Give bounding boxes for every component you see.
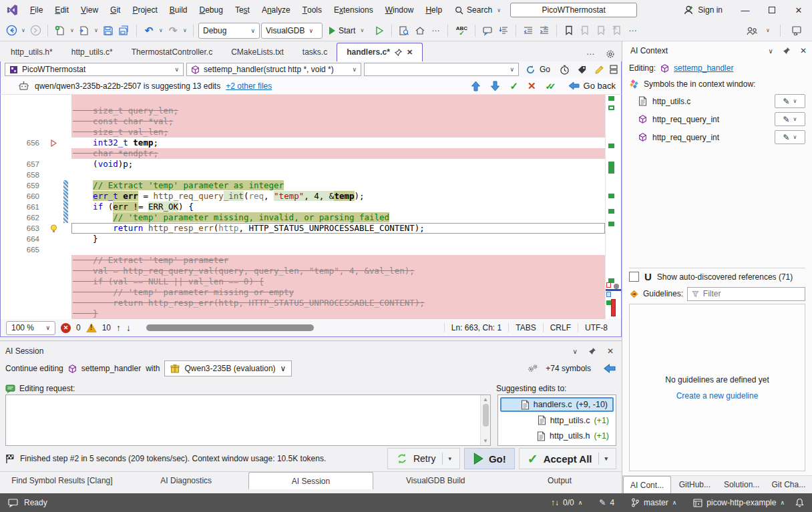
code-editor[interactable]: size_t query_len; const char *val; size_… [0,95,622,319]
previous-bookmark-button[interactable] [578,23,592,39]
menu-analyze[interactable]: Analyze [256,0,296,20]
accept-edit-icon[interactable]: ✓ [510,80,518,92]
notifications-bell-icon[interactable] [795,498,804,507]
error-count[interactable]: 0 [76,323,81,332]
panel-tab-ai-cont-[interactable]: AI Cont... [623,476,671,493]
edit-symbol-button[interactable]: ✎∨ [775,130,805,144]
create-guideline-link[interactable]: Create a new guideline [676,391,759,401]
navigate-forward-button[interactable] [28,23,43,39]
toggle-bookmark-button[interactable] [562,23,576,39]
edit-pencil-button[interactable] [592,61,606,77]
accept-all-edits-icon[interactable]: ✓✓ [546,81,559,91]
code-line[interactable]: 661 if (err != ERR_OK) { [1,202,605,212]
accept-all-button[interactable]: ✓ Accept All ▾ [519,448,616,469]
close-icon[interactable]: ✕ [800,46,807,55]
code-line[interactable]: size_t query_len; [1,105,605,116]
menu-window[interactable]: Window [379,0,420,20]
menu-tools[interactable]: Tools [296,0,328,20]
context-symbol-item[interactable]: http_utils.c✎∨ [629,92,805,110]
clear-bookmarks-button[interactable] [610,23,624,39]
toolbar-overflow-button[interactable]: ⋯ [429,26,443,35]
find-in-files-button[interactable] [397,23,411,39]
tab-thermostatcontroller-c[interactable]: ThermostatController.c [122,43,222,61]
chevron-down-icon[interactable]: ∨ [765,27,771,33]
scroll-down-arrow[interactable]: ▼ [483,438,488,444]
go-button-session[interactable]: Go! [464,448,515,469]
redo-button[interactable]: ↷ [166,23,180,39]
go-button[interactable]: Go [522,65,554,75]
code-line[interactable]: 663 return http_resp_err(http, HTTP_STAT… [1,223,605,234]
next-issue-button[interactable]: ↓ [126,322,131,333]
menu-git[interactable]: Git [104,0,126,20]
suggested-edit-handlers-c[interactable]: handlers.c(+9, -10) [500,397,614,412]
chevron-down-icon[interactable]: ∨ [93,27,99,33]
search-menu[interactable]: Search ∨ [455,5,502,15]
editing-symbol-link[interactable]: settemp_handler [674,63,733,73]
member-selector-combo[interactable]: ∨ [364,63,519,76]
start-without-debugging-button[interactable] [372,23,387,39]
pending-changes-status[interactable]: ✎ 4 [593,498,620,507]
edit-symbol-button[interactable]: ✎∨ [775,112,805,126]
session-back-icon[interactable] [603,364,616,373]
zoom-selector[interactable]: 100 %∨ [6,321,55,335]
code-line[interactable]: val = http_req_query_val(query, query_le… [1,266,605,276]
new-file-button[interactable] [53,23,67,39]
next-edit-icon[interactable] [490,81,500,91]
panel-tab-git-cha-[interactable]: Git Cha... [765,476,812,493]
increase-indent-button[interactable]: 2 [537,23,552,39]
feedback-button[interactable] [789,23,804,39]
edit-symbol-button[interactable]: ✎∨ [775,94,805,108]
code-line[interactable]: 665 [1,244,605,255]
encoding-mode[interactable]: UTF-8 [578,323,614,332]
lightbulb-icon[interactable] [50,224,57,233]
next-bookmark-button[interactable] [594,23,608,39]
filter-input[interactable] [703,289,801,298]
function-selector-combo[interactable]: settemp_handler(struct http *, void *)∨ [186,63,361,76]
solution-configuration-combo[interactable]: Debug∨ [198,23,260,39]
retry-button[interactable]: Retry ▾ [387,448,460,469]
symbols-count-label[interactable]: +74 symbols [546,364,591,373]
format-document-button[interactable] [496,23,511,39]
code-line[interactable]: 658 [1,170,605,180]
tab-overflow-button[interactable]: ⋯ [584,49,598,59]
scrollbar-thumb[interactable] [146,324,314,331]
save-all-button[interactable] [117,23,132,39]
live-share-button[interactable] [745,23,759,39]
decrease-indent-button[interactable] [521,23,536,39]
line-ending-mode[interactable]: CRLF [543,323,578,332]
navigate-home-button[interactable] [413,23,427,39]
code-line[interactable] [1,95,605,105]
code-line[interactable]: char *endptr; [1,148,605,159]
tab-handlers-c-[interactable]: handlers.c*✕ [337,43,423,61]
panel-tab-github-[interactable]: GitHub... [671,476,718,493]
close-button[interactable]: ✕ [785,0,812,20]
menu-edit[interactable]: Edit [49,0,75,20]
menu-help[interactable]: Help [419,0,448,20]
code-line[interactable]: if (val == NULL || val_len == 0) { [1,276,605,287]
chevron-down-icon[interactable]: ∨ [158,27,164,33]
gear-icon[interactable] [606,49,615,59]
git-branch-selector[interactable]: master ∧ [625,498,682,507]
code-line[interactable]: // Extract 'temp' parameter [1,255,605,266]
panel-tab-ai-diagnostics[interactable]: AI Diagnostics [124,472,248,489]
panel-tab-visualgdb-build[interactable]: VisualGDB Build [373,472,497,489]
warning-count[interactable]: 10 [102,323,111,332]
scrollbar-thumb[interactable] [483,404,489,427]
code-line[interactable]: 656 int32_t temp; [1,138,605,148]
undo-button[interactable]: ↶ [142,23,156,39]
menu-project[interactable]: Project [126,0,163,20]
label-button[interactable] [574,61,589,77]
menu-file[interactable]: File [24,0,49,20]
chevron-down-icon[interactable]: ∨ [69,27,75,33]
tab-tasks-c[interactable]: tasks.c [293,43,337,61]
chevron-down-icon[interactable]: ▾ [448,455,451,462]
suggested-edit-http-utils-c[interactable]: http_utils.c(+1) [500,413,614,427]
menu-build[interactable]: Build [164,0,194,20]
code-line[interactable]: 657 (void)p; [1,159,605,170]
pin-icon[interactable] [588,347,596,355]
panel-tab-output[interactable]: Output [497,472,622,489]
git-repository-selector[interactable]: picow-http-example ∧ [687,498,791,507]
request-scrollbar[interactable]: ▲ ▼ [480,395,490,445]
code-line[interactable]: // 'temp' parameter missing or empty [1,287,605,298]
sign-in-button[interactable]: Sign in [674,5,732,15]
